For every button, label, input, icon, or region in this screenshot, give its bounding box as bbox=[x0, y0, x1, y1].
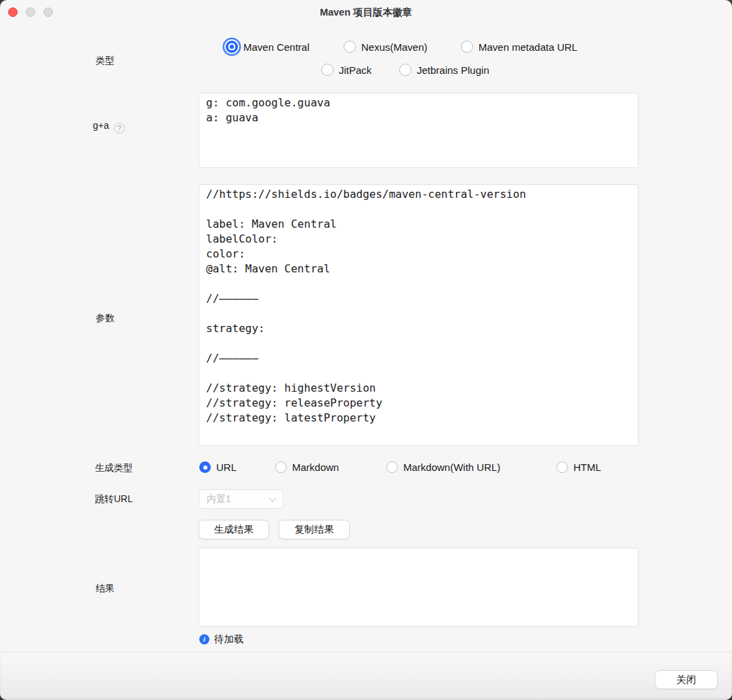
radio-selected-icon bbox=[226, 41, 238, 53]
ga-label-text: g+a bbox=[93, 120, 109, 131]
radio-markdown[interactable]: Markdown bbox=[275, 461, 339, 473]
radio-nexus-maven[interactable]: Nexus(Maven) bbox=[344, 41, 428, 53]
radio-unselected-icon bbox=[321, 64, 333, 76]
ga-label: g+a? bbox=[93, 120, 125, 133]
result-output[interactable] bbox=[199, 548, 638, 627]
window-title: Maven 项目版本徽章 bbox=[0, 6, 732, 19]
radio-url[interactable]: URL bbox=[199, 461, 237, 473]
radio-label: JitPack bbox=[339, 64, 371, 76]
params-label: 参数 bbox=[96, 312, 115, 325]
maven-badge-dialog: Maven 项目版本徽章 类型 Maven Central Nexus(Mave… bbox=[0, 0, 732, 700]
params-input[interactable]: //https://shields.io/badges/maven-centra… bbox=[199, 184, 638, 446]
generate-result-button[interactable]: 生成结果 bbox=[199, 520, 269, 539]
radio-unselected-icon bbox=[556, 461, 568, 473]
jump-url-label: 跳转URL bbox=[95, 493, 133, 506]
radio-unselected-icon bbox=[461, 41, 473, 53]
gen-type-label: 生成类型 bbox=[95, 462, 133, 474]
radio-unselected-icon bbox=[386, 461, 398, 473]
radio-markdown-with-url[interactable]: Markdown(With URL) bbox=[386, 461, 500, 473]
info-icon: i bbox=[199, 634, 209, 644]
radio-unselected-icon bbox=[275, 461, 287, 473]
radio-jetbrains-plugin[interactable]: Jetbrains Plugin bbox=[399, 64, 489, 76]
radio-maven-metadata-url[interactable]: Maven metadata URL bbox=[461, 41, 577, 53]
status-row: i 待加载 bbox=[199, 633, 244, 646]
radio-maven-central[interactable]: Maven Central bbox=[226, 41, 310, 53]
type-label: 类型 bbox=[96, 55, 115, 67]
radio-label: Maven Central bbox=[243, 41, 310, 53]
close-button[interactable]: 关闭 bbox=[655, 670, 718, 689]
jump-url-selected-value: 内置1 bbox=[207, 493, 231, 506]
ga-input[interactable]: g: com.google.guava a: guava bbox=[199, 93, 638, 168]
radio-label: Jetbrains Plugin bbox=[417, 64, 489, 76]
radio-jitpack[interactable]: JitPack bbox=[321, 64, 371, 76]
dialog-footer bbox=[0, 652, 732, 700]
result-label: 结果 bbox=[96, 583, 115, 595]
radio-label: Markdown(With URL) bbox=[403, 461, 500, 473]
radio-unselected-icon bbox=[399, 64, 411, 76]
radio-html[interactable]: HTML bbox=[556, 461, 601, 473]
radio-label: Markdown bbox=[292, 461, 339, 473]
help-icon[interactable]: ? bbox=[114, 123, 125, 133]
radio-label: Maven metadata URL bbox=[479, 41, 577, 53]
radio-label: HTML bbox=[573, 461, 601, 473]
radio-selected-icon bbox=[199, 461, 211, 473]
radio-unselected-icon bbox=[344, 41, 356, 53]
chevron-down-icon bbox=[268, 494, 276, 501]
jump-url-select[interactable]: 内置1 bbox=[199, 489, 283, 509]
status-text: 待加载 bbox=[214, 633, 244, 646]
titlebar: Maven 项目版本徽章 bbox=[0, 0, 732, 24]
radio-label: Nexus(Maven) bbox=[361, 41, 428, 53]
radio-label: URL bbox=[216, 461, 237, 473]
copy-result-button[interactable]: 复制结果 bbox=[279, 520, 350, 539]
